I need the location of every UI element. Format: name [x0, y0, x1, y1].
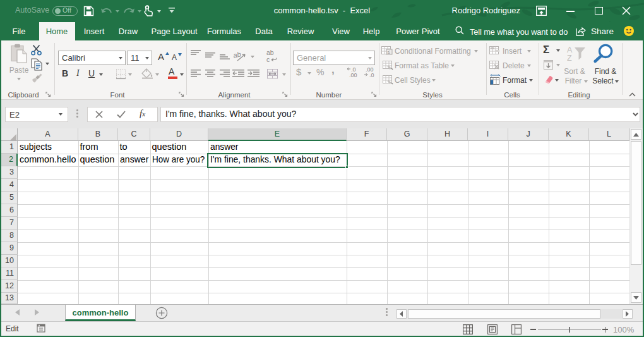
svg-text:.0: .0 [369, 72, 374, 78]
svg-text:c: c [266, 56, 270, 63]
svg-text:≤: ≤ [388, 49, 391, 55]
svg-text:Z: Z [567, 54, 572, 63]
svg-text:A: A [567, 46, 573, 54]
svg-text:.00: .00 [349, 72, 357, 78]
